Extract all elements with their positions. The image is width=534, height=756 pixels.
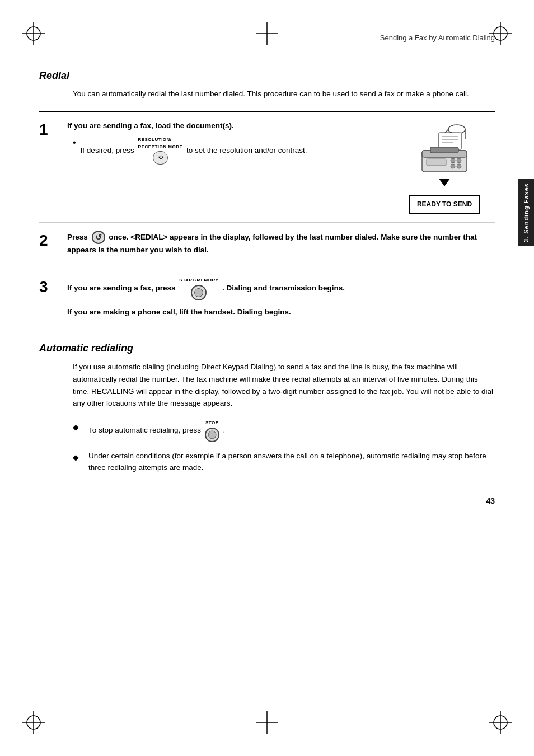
stop-sup-text: STOP xyxy=(205,420,219,427)
step-1-visual: READY TO SEND xyxy=(394,120,495,214)
redial-title: Redial xyxy=(39,70,495,82)
step-2-header: Press once. <REDIAL> appears in the disp… xyxy=(67,231,495,256)
auto-redialing-bullets: ◆ To stop automatic redialing, press STO… xyxy=(73,420,495,474)
stop-button: STOP xyxy=(205,420,219,442)
auto-redialing-bullet-1: ◆ To stop automatic redialing, press STO… xyxy=(73,420,495,442)
diamond-icon-2: ◆ xyxy=(73,451,84,463)
step-3-content: If you are sending a fax, press START/ME… xyxy=(67,277,495,318)
auto-redialing-section: Automatic redialing If you use automatic… xyxy=(39,342,495,473)
resolution-sup-text: RESOLUTION/RECEPTION MODE xyxy=(138,137,182,151)
step-3-number: 3 xyxy=(39,277,67,318)
start-memory-inner xyxy=(194,288,203,297)
auto-redialing-body: If you use automatic dialing (including … xyxy=(73,361,495,409)
step-2: 2 Press once. <REDIAL> appears in the di… xyxy=(39,223,495,269)
reg-mark-top-left xyxy=(22,22,45,45)
auto-redialing-bullet-1-text: To stop automatic redialing, press STOP … xyxy=(88,420,225,442)
step-1-bullet: • If desired, press RESOLUTION/RECEPTION… xyxy=(73,137,394,165)
resolution-button: RESOLUTION/RECEPTION MODE ⟲ xyxy=(138,137,182,165)
sidebar-tab: 3. Sending Faxes xyxy=(518,179,534,246)
bullet-dot-icon: • xyxy=(73,137,76,149)
svg-point-30 xyxy=(457,164,461,168)
step-1-content: If you are sending a fax, load the docum… xyxy=(67,120,495,214)
svg-point-28 xyxy=(457,158,461,163)
reg-mark-bottom-mid xyxy=(256,711,278,734)
redial-section: Redial You can automatically redial the … xyxy=(39,70,495,326)
auto-redialing-title: Automatic redialing xyxy=(39,342,495,354)
svg-rect-26 xyxy=(427,159,446,166)
start-memory-sup: START/MEMORY xyxy=(179,277,218,284)
step-2-content: Press once. <REDIAL> appears in the disp… xyxy=(67,231,495,261)
step-1-header: If you are sending a fax, load the docum… xyxy=(67,120,394,132)
ready-to-send-display: READY TO SEND xyxy=(409,195,480,214)
svg-point-29 xyxy=(451,164,455,168)
step-1-number: 1 xyxy=(39,120,67,214)
auto-redialing-bullet-2-text: Under certain conditions (for example if… xyxy=(88,450,495,474)
step-1: 1 If you are sending a fax, load the doc… xyxy=(39,112,495,223)
reg-mark-top-right xyxy=(489,22,512,45)
redial-intro: You can automatically redial the last nu… xyxy=(73,88,495,100)
step-3: 3 If you are sending a fax, press START/… xyxy=(39,269,495,326)
svg-point-27 xyxy=(451,158,455,163)
redial-button-icon xyxy=(92,231,105,244)
reg-mark-bottom-left xyxy=(22,711,45,734)
auto-redialing-bullet-2: ◆ Under certain conditions (for example … xyxy=(73,450,495,474)
start-memory-btn-icon xyxy=(191,285,207,300)
steps-box: 1 If you are sending a fax, load the doc… xyxy=(39,111,495,326)
reg-mark-bottom-right xyxy=(489,711,512,734)
step-2-number: 2 xyxy=(39,231,67,261)
svg-rect-25 xyxy=(430,147,458,153)
step-1-bullet-text: If desired, press RESOLUTION/RECEPTION M… xyxy=(81,137,307,165)
page-number: 43 xyxy=(39,496,495,505)
fax-machine-illustration xyxy=(411,123,478,176)
page-container: 3. Sending Faxes Sending a Fax by Automa… xyxy=(0,0,534,756)
reg-mark-top-mid xyxy=(256,22,278,45)
start-memory-button: START/MEMORY xyxy=(179,277,218,300)
arrow-down-icon xyxy=(439,179,450,186)
step-3-phone-text: If you are making a phone call, lift the… xyxy=(67,306,495,318)
diamond-icon-1: ◆ xyxy=(73,421,84,433)
step-3-header: If you are sending a fax, press START/ME… xyxy=(67,277,495,300)
